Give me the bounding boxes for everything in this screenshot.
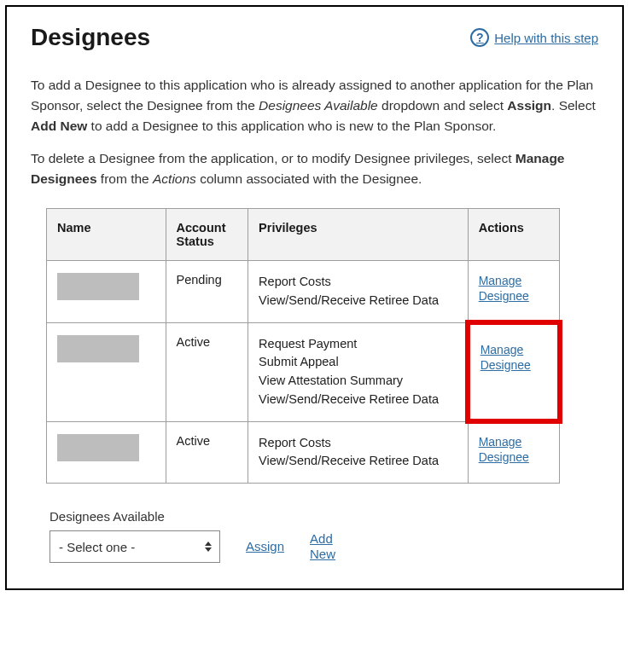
designees-panel: Designees ? Help with this step To add a… (5, 5, 624, 590)
bottom-controls: Designees Available - Select one - Assig… (50, 509, 598, 563)
privileges-list: Report Costs View/Send/Receive Retiree D… (259, 273, 457, 310)
help-icon: ? (470, 28, 489, 47)
intro-text: To add a Designee to this application wh… (31, 75, 598, 189)
cell-name (47, 322, 166, 421)
table-row: Active Request Payment Submit Appeal Vie… (47, 322, 560, 421)
col-header-status: Account Status (166, 209, 248, 261)
designees-available-select[interactable]: - Select one - (50, 530, 220, 563)
col-header-actions: Actions (468, 209, 559, 261)
table-header-row: Name Account Status Privileges Actions (47, 209, 560, 261)
cell-name (47, 261, 166, 323)
cell-status: Active (166, 322, 248, 421)
page-title: Designees (31, 24, 150, 51)
cell-actions: Manage Designee (468, 261, 559, 323)
designees-table: Name Account Status Privileges Actions P… (46, 208, 560, 484)
cell-actions-highlighted: Manage Designee (468, 322, 559, 421)
table-row: Active Report Costs View/Send/Receive Re… (47, 421, 560, 484)
header-row: Designees ? Help with this step (31, 24, 598, 51)
privileges-list: Request Payment Submit Appeal View Attes… (259, 335, 457, 409)
redacted-name (57, 335, 139, 362)
help-link[interactable]: ? Help with this step (470, 28, 598, 47)
redacted-name (57, 273, 139, 300)
cell-privileges: Report Costs View/Send/Receive Retiree D… (248, 261, 469, 323)
designees-select-wrap: - Select one - (50, 530, 220, 563)
manage-designee-link[interactable]: Manage Designee (480, 342, 547, 373)
assign-button[interactable]: Assign (246, 539, 284, 554)
designees-available-label: Designees Available (50, 509, 598, 524)
cell-actions: Manage Designee (468, 421, 559, 484)
manage-designee-link[interactable]: Manage Designee (479, 434, 549, 465)
col-header-privileges: Privileges (248, 209, 469, 261)
redacted-name (57, 434, 139, 461)
designees-table-wrap: Name Account Status Privileges Actions P… (46, 208, 560, 484)
cell-privileges: Request Payment Submit Appeal View Attes… (248, 322, 469, 421)
intro-paragraph-1: To add a Designee to this application wh… (31, 75, 598, 136)
help-label: Help with this step (494, 31, 598, 45)
add-new-button[interactable]: Add New (310, 531, 344, 562)
manage-designee-link[interactable]: Manage Designee (479, 273, 549, 304)
bottom-action-row: - Select one - Assign Add New (50, 530, 598, 563)
cell-privileges: Report Costs View/Send/Receive Retiree D… (248, 421, 469, 484)
table-row: Pending Report Costs View/Send/Receive R… (47, 261, 560, 323)
intro-paragraph-2: To delete a Designee from the applicatio… (31, 148, 598, 189)
cell-name (47, 421, 166, 484)
cell-status: Pending (166, 261, 248, 323)
col-header-name: Name (47, 209, 166, 261)
cell-status: Active (166, 421, 248, 484)
privileges-list: Report Costs View/Send/Receive Retiree D… (259, 434, 457, 472)
